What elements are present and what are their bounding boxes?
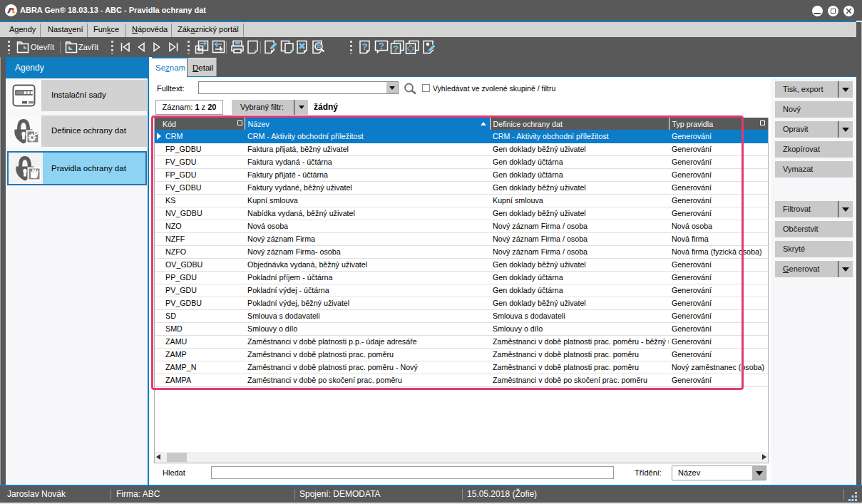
svg-text:?: ? — [379, 41, 384, 51]
svg-text:?: ? — [362, 41, 368, 52]
svg-text:?: ? — [393, 43, 399, 54]
